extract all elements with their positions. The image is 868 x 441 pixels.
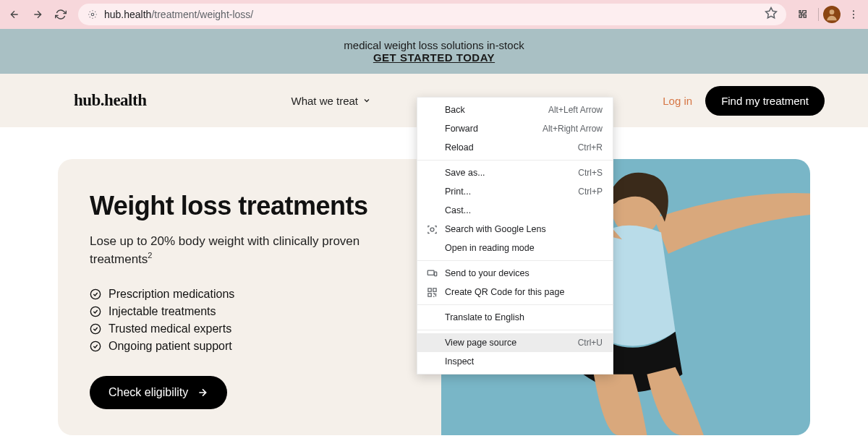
cta-label: Check eligibility	[109, 386, 188, 399]
list-item: Prescription medications	[90, 288, 409, 301]
context-menu-item-search-with-google-lens[interactable]: Search with Google Lens	[417, 220, 613, 239]
context-menu-item-view-page-source[interactable]: View page sourceCtrl+U	[417, 333, 613, 352]
nav-item-label: What we treat	[291, 95, 358, 107]
svg-rect-15	[433, 288, 435, 291]
context-menu-divider	[417, 304, 613, 305]
context-menu-label: Forward	[445, 124, 542, 134]
context-menu-item-back[interactable]: BackAlt+Left Arrow	[417, 100, 613, 119]
context-menu-item-print[interactable]: Print...Ctrl+P	[417, 182, 613, 201]
svg-rect-14	[427, 288, 430, 291]
arrow-left-icon	[9, 9, 20, 20]
profile-avatar[interactable]	[823, 6, 841, 23]
svg-point-6	[90, 290, 100, 299]
svg-point-4	[853, 14, 854, 15]
reload-icon	[55, 9, 67, 20]
bookmark-icon[interactable]	[765, 7, 778, 22]
context-menu-label: Send to your devices	[445, 268, 603, 278]
address-bar[interactable]: hub.health/treatment/weight-loss/	[78, 4, 786, 25]
context-menu-divider	[417, 260, 613, 261]
context-menu-item-cast[interactable]: Cast...	[417, 201, 613, 220]
context-menu-label: View page source	[445, 338, 578, 348]
context-menu-item-reload[interactable]: ReloadCtrl+R	[417, 138, 613, 157]
login-link[interactable]: Log in	[663, 95, 692, 107]
list-item: Ongoing patient support	[90, 340, 409, 353]
context-menu-shortcut: Ctrl+R	[578, 142, 603, 153]
context-menu-label: Open in reading mode	[445, 243, 603, 253]
check-circle-icon	[90, 306, 101, 317]
chrome-menu-button[interactable]	[843, 4, 864, 25]
avatar-icon	[825, 7, 839, 22]
list-item: Trusted medical experts	[90, 322, 409, 335]
hero-checklist: Prescription medications Injectable trea…	[90, 288, 409, 353]
context-menu-label: Reload	[445, 142, 578, 153]
context-menu-label: Save as...	[445, 168, 578, 178]
checklist-label: Prescription medications	[109, 288, 234, 301]
context-menu-shortcut: Alt+Right Arrow	[542, 124, 603, 134]
extensions-button[interactable]	[793, 4, 814, 25]
list-item: Injectable treatments	[90, 305, 409, 318]
reload-button[interactable]	[51, 4, 71, 25]
context-menu-label: Print...	[445, 187, 578, 197]
context-menu-item-translate-to-english[interactable]: Translate to English	[417, 308, 613, 327]
devices-icon	[426, 267, 438, 279]
promo-text: medical weight loss solutions in-stock	[0, 39, 868, 51]
svg-point-5	[853, 17, 854, 19]
promo-banner: medical weight loss solutions in-stock G…	[0, 29, 868, 74]
site-settings-icon[interactable]	[87, 9, 98, 20]
context-menu-item-forward[interactable]: ForwardAlt+Right Arrow	[417, 119, 613, 138]
context-menu-item-open-in-reading-mode[interactable]: Open in reading mode	[417, 239, 613, 257]
checklist-label: Injectable treatments	[109, 305, 216, 318]
context-menu-label: Inspect	[445, 356, 603, 367]
url-host: hub.health	[104, 9, 151, 20]
context-menu-label: Translate to English	[445, 312, 603, 322]
site-logo[interactable]: hub.health	[74, 91, 146, 110]
svg-point-3	[853, 10, 854, 12]
divider	[818, 8, 819, 21]
context-menu-item-create-qr-code-for-this-page[interactable]: Create QR Code for this page	[417, 283, 613, 301]
nav-what-we-treat[interactable]: What we treat	[291, 95, 371, 107]
hero-subtitle: Lose up to 20% body weight with clinical…	[90, 233, 409, 267]
check-circle-icon	[90, 288, 101, 300]
forward-button[interactable]	[27, 4, 48, 25]
svg-marker-1	[766, 8, 777, 18]
context-menu-label: Create QR Code for this page	[445, 287, 603, 297]
svg-rect-13	[434, 272, 436, 276]
context-menu-label: Cast...	[445, 205, 603, 215]
context-menu-item-send-to-your-devices[interactable]: Send to your devices	[417, 264, 613, 283]
checklist-label: Trusted medical experts	[109, 322, 231, 335]
hero-card: Weight loss treatments Lose up to 20% bo…	[58, 159, 441, 435]
check-circle-icon	[90, 341, 101, 352]
url-path: /treatment/weight-loss/	[151, 9, 253, 20]
context-menu-shortcut: Ctrl+S	[578, 168, 603, 178]
context-menu-shortcut: Ctrl+U	[578, 338, 603, 348]
puzzle-icon	[798, 9, 809, 20]
back-button[interactable]	[4, 4, 25, 25]
svg-rect-12	[427, 270, 434, 275]
context-menu-item-inspect[interactable]: Inspect	[417, 352, 613, 371]
svg-point-7	[90, 307, 100, 317]
lens-icon	[426, 223, 438, 235]
context-menu-divider	[417, 160, 613, 160]
promo-cta-link[interactable]: GET STARTED TODAY	[0, 51, 868, 64]
hero-subtitle-sup: 2	[148, 251, 152, 260]
hero-subtitle-text: Lose up to 20% body weight with clinical…	[90, 234, 359, 265]
svg-point-11	[430, 228, 434, 231]
context-menu-item-save-as[interactable]: Save as...Ctrl+S	[417, 163, 613, 182]
context-menu-label: Search with Google Lens	[445, 224, 603, 234]
dots-vertical-icon	[848, 9, 859, 20]
checklist-label: Ongoing patient support	[109, 340, 232, 353]
find-treatment-button[interactable]: Find my treatment	[705, 86, 825, 116]
svg-point-2	[830, 9, 835, 14]
hero-title: Weight loss treatments	[90, 191, 409, 221]
arrow-right-icon	[32, 9, 43, 20]
svg-point-9	[90, 342, 100, 351]
qr-icon	[426, 286, 438, 298]
chevron-down-icon	[362, 96, 371, 105]
context-menu: BackAlt+Left ArrowForwardAlt+Right Arrow…	[417, 97, 613, 374]
check-eligibility-button[interactable]: Check eligibility	[90, 376, 227, 409]
url-text: hub.health/treatment/weight-loss/	[104, 9, 759, 20]
svg-point-8	[90, 325, 100, 334]
svg-point-0	[91, 13, 94, 16]
svg-rect-16	[427, 293, 430, 296]
context-menu-divider	[417, 330, 613, 330]
